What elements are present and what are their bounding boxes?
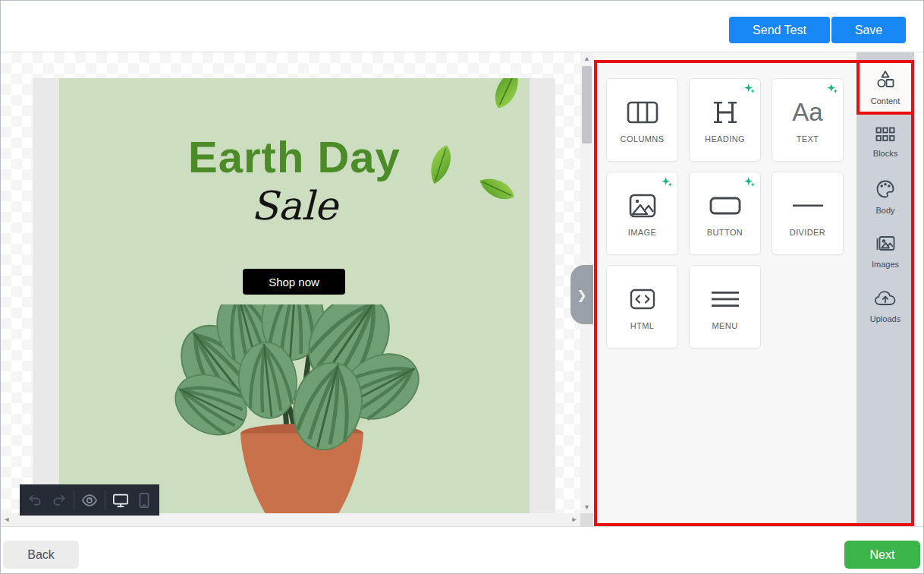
image-icon (629, 191, 656, 221)
sidebar-tab-label: Blocks (873, 149, 897, 158)
block-label: IMAGE (628, 228, 656, 237)
block-card-html[interactable]: HTML (606, 265, 678, 348)
sidebar-tab-body[interactable]: Body (856, 169, 914, 224)
next-button[interactable]: Next (844, 541, 920, 569)
block-card-menu[interactable]: MENU (689, 265, 761, 348)
save-button[interactable]: Save (831, 17, 906, 43)
sidebar-tab-uploads[interactable]: Uploads (856, 279, 914, 333)
ai-sparkle-icon (826, 83, 838, 98)
photos-icon (875, 235, 896, 256)
banner-subtitle[interactable]: Sale (59, 183, 530, 229)
shapes-icon (875, 70, 895, 93)
ai-sparkle-icon (743, 176, 756, 191)
scroll-up-icon[interactable]: ▲ (580, 52, 593, 65)
sidebar-tab-label: Content (871, 96, 900, 106)
bottom-footer: Back Next (1, 526, 924, 574)
undo-icon[interactable] (26, 491, 44, 509)
columns-icon (627, 97, 658, 128)
toolbar-divider (74, 490, 74, 510)
send-test-button[interactable]: Send Test (729, 17, 830, 43)
palette-icon (875, 179, 895, 202)
block-label: BUTTON (707, 228, 743, 237)
scroll-right-icon[interactable]: ► (568, 513, 580, 526)
block-label: MENU (712, 321, 738, 330)
block-label: HTML (630, 321, 655, 330)
scroll-left-icon[interactable]: ◄ (1, 513, 13, 526)
vertical-scroll-thumb[interactable] (582, 66, 592, 144)
toolbar-divider (105, 490, 105, 510)
sidebar-tab-label: Uploads (870, 314, 900, 323)
sidebar-tab-images[interactable]: Images (856, 224, 914, 279)
chevron-right-icon: ❯ (577, 288, 586, 302)
top-header: Send Test Save (1, 1, 923, 52)
email-builder-window: Send Test Save (0, 0, 924, 574)
heading-icon (712, 97, 738, 128)
text-icon: Aa (792, 97, 822, 128)
back-button[interactable]: Back (3, 541, 79, 569)
block-card-image[interactable]: IMAGE (606, 172, 678, 255)
ai-sparkle-icon (743, 83, 756, 98)
sidebar-tab-label: Images (872, 260, 899, 269)
desktop-view-icon[interactable] (112, 491, 130, 509)
cloud-upload-icon (874, 289, 897, 311)
block-label: DIVIDER (790, 228, 825, 237)
potted-plant-image (171, 304, 426, 526)
sidebar-tab-content[interactable]: Content (856, 60, 914, 115)
block-label: HEADING (705, 134, 745, 144)
shop-now-button[interactable]: Shop now (243, 269, 345, 295)
block-card-text[interactable]: Aa TEXT (772, 78, 844, 162)
scrollbar-corner (580, 513, 593, 526)
block-label: COLUMNS (621, 134, 665, 144)
scroll-down-icon[interactable]: ▼ (580, 501, 593, 513)
content-blocks-panel: COLUMNS HEADING Aa (593, 52, 856, 526)
block-card-heading[interactable]: HEADING (689, 78, 761, 162)
block-label: TEXT (797, 134, 819, 144)
grid-icon (875, 127, 895, 145)
email-canvas[interactable]: Earth Day Sale Shop now (1, 52, 593, 526)
leaf-decoration-icon (484, 78, 530, 115)
html-icon (630, 284, 655, 314)
menu-icon (712, 284, 739, 314)
preview-eye-icon[interactable] (80, 491, 99, 509)
block-card-button[interactable]: BUTTON (689, 172, 761, 255)
mobile-view-icon[interactable] (135, 491, 153, 509)
earth-day-banner-block[interactable]: Earth Day Sale Shop now (59, 78, 530, 526)
preview-toolbar (20, 484, 159, 516)
block-card-columns[interactable]: COLUMNS (606, 78, 678, 162)
ai-sparkle-icon (661, 176, 673, 191)
sidebar-tab-label: Body (875, 206, 894, 215)
button-icon (709, 191, 741, 221)
sidebar-tab-blocks[interactable]: Blocks (856, 115, 914, 169)
panel-collapse-handle[interactable]: ❯ (570, 265, 593, 324)
block-grid: COLUMNS HEADING Aa (606, 78, 856, 348)
email-body-background[interactable]: Earth Day Sale Shop now (33, 78, 555, 526)
sidebar-rail: Content Blocks Body Images (856, 52, 914, 526)
block-card-divider[interactable]: DIVIDER (772, 172, 844, 255)
divider-icon (793, 191, 823, 221)
redo-icon[interactable] (50, 491, 68, 509)
main-area: Earth Day Sale Shop now (1, 52, 924, 526)
banner-title[interactable]: Earth Day (59, 131, 530, 182)
